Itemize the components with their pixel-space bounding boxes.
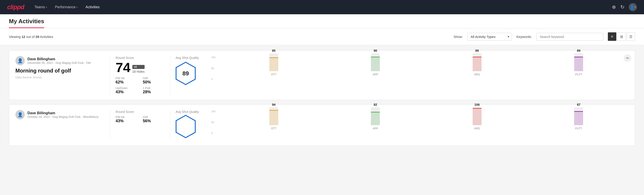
bar-label: APP [373, 127, 378, 130]
refresh-icon[interactable]: ↻ [620, 4, 624, 10]
bar-value: 90 [374, 49, 377, 52]
add-icon[interactable]: ⊕ [612, 4, 616, 10]
list-detail-view-btn[interactable]: ☰ [626, 32, 635, 41]
activity-card: ✏ 👤 Dave Billingham December 05, 2021 - … [9, 50, 635, 100]
bar-fill [371, 57, 380, 71]
bar-track [269, 107, 278, 125]
person-icon: 👤 [18, 58, 23, 63]
bar-label: PUTT [575, 73, 582, 76]
bar-fill [269, 57, 278, 71]
card-quality: Avg Shot Quality 89 [171, 56, 216, 87]
search-input[interactable] [536, 33, 604, 40]
hex-wrapper [176, 115, 196, 138]
activity-card: 👤 Dave Billingham October 16, 2021 - Gog… [9, 104, 635, 146]
bar-top-line [371, 112, 380, 112]
activity-title: Morning round of golf [16, 68, 109, 74]
list-compact-view-btn[interactable]: ≡ [608, 32, 616, 41]
fw-hit-value: 62% [116, 80, 138, 84]
bar-value: 94 [272, 103, 276, 106]
bar-value: 85 [272, 49, 276, 52]
bar-fill [472, 108, 482, 125]
bar-fill [269, 110, 278, 125]
hex-score: 89 [182, 70, 189, 77]
bar-label: APP [373, 73, 378, 76]
hexagon-svg [176, 115, 196, 138]
bar-track [269, 53, 278, 71]
bar-fill [472, 57, 482, 71]
show-label: Show: [454, 35, 463, 38]
avg-shot-quality-label: Avg Shot Quality [176, 110, 211, 114]
user-date: October 16, 2021 - Gog Magog Golf Club -… [28, 115, 98, 118]
nav-link-activities[interactable]: Activities [82, 3, 103, 11]
user-name: Dave Billingham [28, 57, 90, 61]
card-chart: 100 50 0 85OTT90APP89ARG89PUTT [216, 56, 628, 80]
navbar: clippd Teams ▾ Performance ▾ Activities … [0, 0, 644, 14]
fw-hit-label: FW Hit [116, 115, 138, 119]
data-source: Data Source: Arccos [16, 76, 109, 79]
bar-chart: 85OTT90APP89ARG89PUTT [226, 56, 626, 80]
nav-links: Teams ▾ Performance ▾ Activities [31, 3, 605, 11]
fw-hit-value: 43% [116, 119, 138, 124]
view-toggle: ≡ ⊞ ☰ [608, 32, 635, 41]
chart-y-axis: 100 50 0 [211, 56, 215, 80]
card-left: 👤 Dave Billingham October 16, 2021 - Gog… [16, 110, 109, 122]
bar-value: 106 [474, 103, 480, 106]
nav-link-performance[interactable]: Performance ▾ [52, 3, 81, 11]
round-score-label: Round Score [116, 110, 165, 114]
bar-value: 87 [577, 103, 580, 106]
bar-track [371, 53, 380, 71]
chevron-down-icon: ▾ [76, 6, 78, 8]
keywords-label: Keywords: [516, 35, 532, 38]
activity-type-dropdown[interactable]: All Activity Types [467, 33, 512, 40]
user-name: Dave Billingham [28, 111, 98, 115]
bar-value: 82 [374, 103, 377, 106]
bar-group: 85OTT [226, 49, 322, 76]
bar-top-line [574, 57, 583, 57]
bar-label: PUTT [575, 127, 582, 130]
mini-stats: FW Hit 62% GIR 50% Up/Down 43% 1 Putt 28… [116, 76, 165, 94]
bar-label: OTT [271, 73, 276, 76]
bar-label: OTT [271, 127, 276, 130]
hex-wrapper: 89 [176, 62, 196, 85]
bar-group: 87PUTT [531, 103, 626, 130]
gir-value: 50% [143, 80, 165, 84]
svg-marker-1 [176, 115, 195, 138]
bar-top-line [574, 111, 583, 112]
score-number: 74 [116, 61, 130, 74]
bar-track [574, 53, 583, 71]
bar-track [472, 53, 482, 71]
user-row: 👤 Dave Billingham December 05, 2021 - Go… [16, 56, 109, 65]
divider [170, 56, 170, 94]
updown-label: Up/Down [116, 86, 138, 90]
card-quality: Avg Shot Quality [171, 110, 216, 140]
user-avatar-nav[interactable]: 👤 ▾ [629, 3, 637, 11]
page-header: My Activities [0, 14, 644, 28]
bar-group: 90APP [328, 49, 423, 76]
activity-type-dropdown-wrapper: All Activity Types [467, 33, 512, 40]
logo[interactable]: clippd [7, 4, 24, 11]
holes-label: 18 Holes [132, 70, 144, 74]
card-left: 👤 Dave Billingham December 05, 2021 - Go… [16, 56, 109, 79]
user-row: 👤 Dave Billingham October 16, 2021 - Gog… [16, 110, 109, 119]
card-stats: Round Score FW Hit 43% GIR 56% [111, 110, 169, 124]
bar-label: ARG [474, 127, 480, 130]
gir-label: GIR [143, 76, 165, 80]
card-stats: Round Score 74 +4 18 Holes FW Hit 62% GI… [111, 56, 169, 94]
bar-top-line [269, 110, 278, 111]
grid-view-btn[interactable]: ⊞ [617, 32, 626, 41]
viewing-text: Viewing 12 out of 29 Activities [9, 35, 449, 38]
card-chart: 100 50 0 94OTT82APP106ARG87PUTT [216, 110, 628, 134]
bar-group: 82APP [328, 103, 423, 130]
avatar: 👤 [16, 110, 25, 119]
chevron-down-icon: ▾ [46, 6, 47, 8]
bar-group: 94OTT [226, 103, 322, 130]
avg-shot-quality-label: Avg Shot Quality [176, 56, 211, 60]
gir-label: GIR [143, 115, 165, 119]
round-score-big: 74 +4 18 Holes [116, 61, 165, 74]
gir-value: 56% [143, 119, 165, 124]
nav-link-teams[interactable]: Teams ▾ [31, 3, 50, 11]
one-putt-value: 28% [143, 90, 165, 94]
score-badge: +4 [132, 65, 144, 69]
bar-track [472, 107, 482, 125]
bar-track [574, 107, 583, 125]
